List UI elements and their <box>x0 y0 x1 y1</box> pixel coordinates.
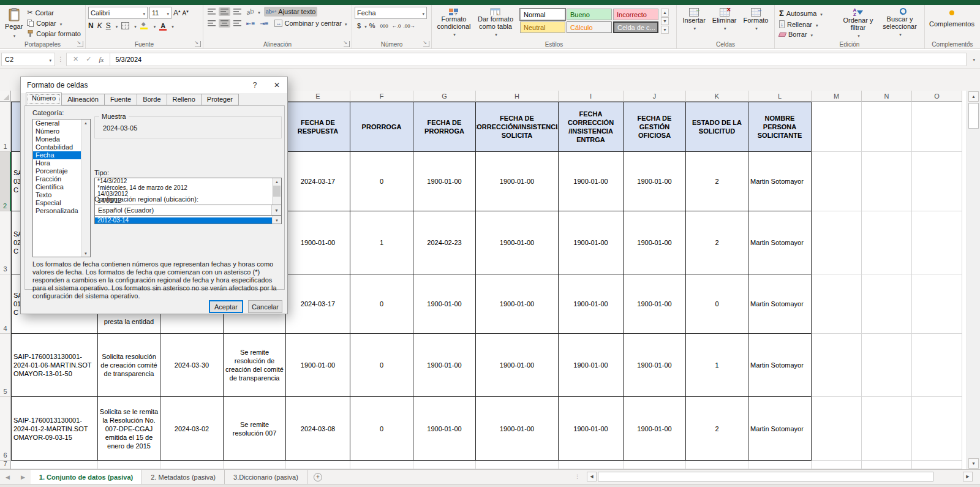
fill-button[interactable]: ↓Rellenar <box>777 20 839 29</box>
sheet-tab-conjunto-datos[interactable]: 1. Conjunto de datos (pasiva) <box>31 470 142 484</box>
dialog-tab-alineacion[interactable]: Alineación <box>62 94 105 105</box>
cell-n4[interactable] <box>862 274 912 334</box>
underline-dropdown-icon[interactable] <box>115 22 118 29</box>
cell-j4[interactable]: 1900-01-00 <box>624 274 686 334</box>
styles-scroll-down-icon[interactable]: ▼ <box>661 17 669 25</box>
cell-n7[interactable] <box>862 461 912 469</box>
cell-e3[interactable]: 1900-01-00 <box>286 211 350 274</box>
horizontal-scroll-thumb[interactable] <box>598 472 933 481</box>
cell-a7[interactable] <box>11 461 98 469</box>
cell-m4[interactable] <box>812 274 862 334</box>
row-header-4[interactable]: 4 <box>0 274 11 334</box>
underline-button[interactable]: S <box>106 21 111 30</box>
type-scroll-thumb[interactable] <box>273 186 281 197</box>
cell-n6[interactable] <box>862 397 912 461</box>
cell-h6[interactable]: 1900-01-00 <box>476 397 559 461</box>
merge-center-button[interactable]: ↔Combinar y centrar <box>273 18 349 28</box>
confirm-entry-icon[interactable]: ✓ <box>86 55 91 63</box>
cell-j3[interactable]: 1900-01-00 <box>624 211 686 274</box>
cell-l2[interactable]: Martin Sotomayor <box>748 152 812 211</box>
cell-i2[interactable]: 1900-01-00 <box>559 152 624 211</box>
dialog-help-icon[interactable]: ? <box>246 77 264 93</box>
cell-g7[interactable] <box>413 461 476 469</box>
row-header-5[interactable]: 5 <box>0 334 11 397</box>
cell-c6[interactable]: 2024-03-02 <box>160 397 224 461</box>
cell-f6[interactable]: 0 <box>350 397 413 461</box>
sheet-nav-right-icon[interactable]: ▶ <box>15 470 31 484</box>
cell-o3[interactable] <box>912 211 962 274</box>
dialog-tab-fuente[interactable]: Fuente <box>105 94 137 105</box>
dialog-title-bar[interactable]: Formato de celdas ? ✕ <box>21 77 287 93</box>
cell-g1[interactable]: FECHA DE PRORROGA <box>413 102 476 152</box>
cell-g4[interactable]: 1900-01-00 <box>413 274 476 334</box>
cell-i1[interactable]: FECHA CORRECCIÓN /INSISTENCIA ENTRGA <box>559 102 624 152</box>
find-select-button[interactable]: Buscar y seleccionar <box>878 7 922 40</box>
style-normal[interactable]: Normal <box>520 9 565 20</box>
cell-a6[interactable]: SAIP-1760013130001-2024-01-2-MARTIN.SOT … <box>11 397 98 461</box>
cell-o2[interactable] <box>912 152 962 211</box>
font-color-dropdown-icon[interactable] <box>170 22 174 29</box>
col-header-f[interactable]: F <box>350 91 413 102</box>
cell-f2[interactable]: 0 <box>350 152 413 211</box>
add-sheet-button[interactable]: + <box>307 470 328 484</box>
cell-l3[interactable]: Martin Sotomayor <box>748 211 812 274</box>
dialog-tab-numero[interactable]: Número <box>26 92 62 105</box>
cell-l7[interactable] <box>748 461 812 469</box>
copy-dropdown-icon[interactable] <box>59 20 62 27</box>
row-header-1[interactable]: 1 <box>0 102 11 152</box>
col-header-k[interactable]: K <box>686 91 748 102</box>
dialog-close-icon[interactable]: ✕ <box>266 77 287 93</box>
cell-m7[interactable] <box>812 461 862 469</box>
cell-f1[interactable]: PRORROGA <box>350 102 413 152</box>
clipboard-dialog-launcher[interactable] <box>77 41 83 47</box>
scroll-down-icon[interactable]: ▼ <box>968 458 979 469</box>
hscroll-grip-icon[interactable]: ⋮ <box>575 474 580 480</box>
cancel-button[interactable]: Cancelar <box>248 300 282 313</box>
thousands-button[interactable]: 000 <box>377 23 390 29</box>
borders-dropdown-icon[interactable] <box>133 22 137 29</box>
font-size-combo[interactable]: 11 <box>149 7 172 19</box>
cell-o7[interactable] <box>912 461 962 469</box>
cell-j6[interactable]: 1900-01-00 <box>624 397 686 461</box>
insert-cells-button[interactable]: ← Insertar <box>682 7 707 40</box>
scroll-up-icon[interactable]: ▲ <box>968 91 979 102</box>
col-header-n[interactable]: N <box>862 91 912 102</box>
col-header-g[interactable]: G <box>413 91 476 102</box>
cell-j7[interactable] <box>624 461 686 469</box>
cell-o1[interactable] <box>912 102 962 152</box>
cell-k3[interactable]: 2 <box>686 211 748 274</box>
borders-icon[interactable] <box>121 22 129 29</box>
fill-color-icon[interactable] <box>140 22 149 29</box>
cell-n5[interactable] <box>862 334 912 397</box>
cell-k7[interactable] <box>686 461 748 469</box>
cell-h7[interactable] <box>476 461 559 469</box>
shrink-font-button[interactable]: A▾ <box>183 9 189 17</box>
clear-button[interactable]: Borrar <box>777 30 839 39</box>
italic-button[interactable]: K <box>97 21 102 30</box>
col-header-m[interactable]: M <box>812 91 862 102</box>
align-middle-button[interactable] <box>219 7 230 16</box>
sheet-tab-metadatos[interactable]: 2. Metadatos (pasiva) <box>142 470 225 484</box>
sort-filter-button[interactable]: AZ Ordenar y filtrar <box>839 7 878 40</box>
delete-cells-button[interactable]: ✕ Eliminar <box>711 7 738 40</box>
cell-o5[interactable] <box>912 334 962 397</box>
cell-o4[interactable] <box>912 274 962 334</box>
dialog-tab-borde[interactable]: Borde <box>137 94 167 105</box>
col-header-l[interactable]: L <box>748 91 812 102</box>
font-color-icon[interactable]: A <box>159 22 167 29</box>
cell-l6[interactable]: Martin Sotomayor <box>748 397 812 461</box>
cell-k4[interactable]: 0 <box>686 274 748 334</box>
align-right-button[interactable] <box>232 19 243 28</box>
style-celda-comprobacion[interactable]: Celda de c... <box>613 21 658 33</box>
addins-button[interactable]: Complementos <box>927 7 976 29</box>
cell-f7[interactable] <box>350 461 413 469</box>
cell-e2[interactable]: 2024-03-17 <box>286 152 350 211</box>
cell-j5[interactable]: 1900-01-00 <box>624 334 686 397</box>
number-dialog-launcher[interactable] <box>423 41 429 47</box>
cell-e6[interactable]: 2024-03-08 <box>286 397 350 461</box>
font-dialog-launcher[interactable] <box>195 41 201 47</box>
cell-b7[interactable] <box>98 461 160 469</box>
cell-j2[interactable]: 1900-01-00 <box>624 152 686 211</box>
col-header-o[interactable]: O <box>912 91 962 102</box>
type-item-selected[interactable]: 2012-03-14 <box>95 217 281 224</box>
